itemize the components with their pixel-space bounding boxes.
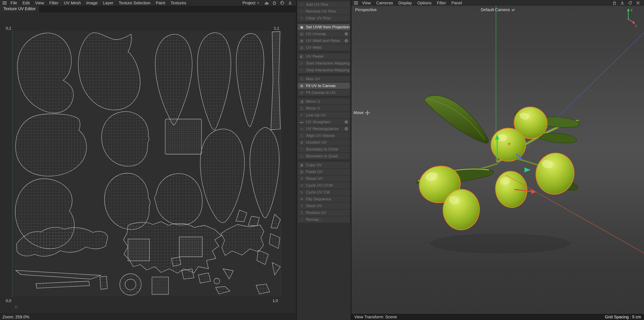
remove-uv-pins-icon: − bbox=[300, 9, 304, 14]
project-dropdown[interactable]: Project ▾ bbox=[240, 1, 262, 6]
gear-icon[interactable] bbox=[344, 120, 348, 124]
uv-tool-reset-uv[interactable]: ↺Reset UV bbox=[298, 175, 350, 182]
uv-tool-fit-uv-to-canvas[interactable]: ⊞Fit UV to Canvas bbox=[298, 83, 350, 89]
remap-icon: → bbox=[300, 217, 304, 222]
uv-tool-uv-unwrap[interactable]: ▤UV Unwrap bbox=[298, 31, 350, 37]
tool-label: UV Peeler bbox=[306, 54, 324, 59]
uv-tool-mirror-v[interactable]: ◫Mirror V bbox=[298, 105, 350, 111]
menu-item-uv-mesh[interactable]: UV Mesh bbox=[61, 1, 84, 5]
vp-menu-filter[interactable]: Filter bbox=[434, 1, 449, 5]
viewport-menubar: View Cameras Display Options Filter Pane… bbox=[352, 0, 644, 6]
uv-tool-uv-weld-and-relax[interactable]: ▦UV Weld and Relax bbox=[298, 38, 350, 44]
uv-corner-10: 1,0 bbox=[272, 298, 278, 303]
uv-island-bit bbox=[198, 273, 210, 283]
uvw-projection-icon: ▣ bbox=[300, 25, 304, 29]
uv-tool-uv-peeler[interactable]: ◧UV Peeler bbox=[298, 53, 350, 60]
menu-item-paint[interactable]: Paint bbox=[153, 1, 168, 5]
viewport-3d-scene[interactable] bbox=[352, 6, 644, 314]
reload-icon[interactable] bbox=[628, 1, 632, 5]
uv-tool-boundary-to-quad[interactable]: ▱Boundary to Quad bbox=[298, 153, 350, 159]
store-uv-icon: ↧ bbox=[300, 204, 304, 208]
uv-island-jagged-b bbox=[221, 224, 264, 255]
tool-label: Fit Canvas to UV bbox=[306, 90, 336, 95]
uv-tool-align-uv-islands[interactable]: ◻Align UV Islands bbox=[298, 133, 350, 139]
histogram-icon[interactable] bbox=[264, 1, 269, 5]
gear-icon[interactable] bbox=[344, 39, 348, 43]
vp-menu-display[interactable]: Display bbox=[396, 1, 414, 5]
uv-tool-flip-sequence[interactable]: ⇄Flip Sequence bbox=[298, 196, 350, 202]
uv-tool-cycle-uv-ccw[interactable]: ↺Cycle UV CCW bbox=[298, 182, 350, 189]
uv-tool-clear-uv-pins[interactable]: ×Clear UV Pins bbox=[298, 15, 350, 21]
uv-tool-cycle-uv-cw[interactable]: ↻Cycle UV CW bbox=[298, 189, 350, 195]
uv-editor-panel: File Edit View Filter UV Mesh Image Laye… bbox=[0, 0, 296, 320]
uv-tool-boundary-to-circle[interactable]: ○Boundary to Circle bbox=[298, 146, 350, 152]
tool-label: Store UV bbox=[306, 204, 322, 208]
flip-sequence-icon: ⇄ bbox=[300, 197, 304, 201]
gear-icon[interactable] bbox=[344, 32, 348, 36]
menu-item-filter[interactable]: Filter bbox=[47, 1, 61, 5]
menu-item-view[interactable]: View bbox=[32, 1, 47, 5]
uv-editor-tabbar: Texture UV Editor bbox=[0, 6, 296, 13]
vp-menu-panel[interactable]: Panel bbox=[449, 1, 464, 5]
uv-tool-fit-canvas-to-uv[interactable]: ⊟Fit Canvas to UV bbox=[298, 90, 350, 96]
view-axis-gizmo[interactable]: Y X bbox=[622, 7, 640, 29]
uv-tool-add-uv-pins[interactable]: +Add UV Pins bbox=[298, 2, 350, 8]
menu-item-image[interactable]: Image bbox=[84, 1, 100, 5]
uv-tool-mirror-u[interactable]: ◨Mirror U bbox=[298, 98, 350, 105]
tool-label: Line Up UV bbox=[306, 113, 326, 117]
hamburger-icon[interactable] bbox=[2, 1, 6, 5]
viewport-3d[interactable]: Perspective Default Camera ⇄ Move bbox=[352, 6, 644, 314]
menu-item-file[interactable]: File bbox=[8, 1, 20, 5]
uv-tool-uv-straighten[interactable]: ▬UV Straighten bbox=[298, 119, 350, 125]
uv-tool-start-interactive-mapping[interactable]: ▷Start Interactive Mapping bbox=[298, 60, 350, 66]
uv-tool-max-uv[interactable]: ⊡Max UV bbox=[298, 76, 350, 82]
uv-tool-unstitch-uv[interactable]: ⊠Unstitch UV bbox=[298, 139, 350, 146]
uv-tool-uv-weld[interactable]: ▥UV Weld bbox=[298, 45, 350, 51]
menu-item-textures[interactable]: Textures bbox=[168, 1, 189, 5]
uv-tool-set-uvw-from-projection[interactable]: ▣Set UVW from Projection bbox=[298, 24, 350, 30]
vp-menu-cameras[interactable]: Cameras bbox=[374, 1, 396, 5]
uv-canvas[interactable] bbox=[12, 31, 281, 296]
tool-label: Cycle UV CCW bbox=[306, 183, 333, 188]
viewport-view-label[interactable]: Perspective bbox=[355, 8, 377, 12]
uv-weld-icon: ▥ bbox=[300, 46, 304, 50]
hand-icon[interactable] bbox=[612, 1, 617, 5]
olive-center bbox=[491, 128, 526, 161]
hamburger-icon[interactable] bbox=[354, 1, 358, 5]
tab-texture-uv-editor[interactable]: Texture UV Editor bbox=[0, 5, 39, 13]
vp-menu-view[interactable]: View bbox=[359, 1, 374, 5]
uv-tool-copy-uv[interactable]: ▣Copy UV bbox=[298, 162, 350, 168]
download-icon[interactable] bbox=[620, 1, 624, 5]
gear-icon[interactable] bbox=[344, 127, 348, 131]
uv-tool-line-up-uv[interactable]: ≡Line Up UV bbox=[298, 112, 350, 118]
menu-item-texture-selection[interactable]: Texture Selection bbox=[116, 1, 153, 5]
download-icon[interactable] bbox=[288, 1, 292, 5]
olive-branch-model[interactable] bbox=[416, 96, 579, 231]
gizmo-z-dot bbox=[628, 19, 629, 20]
uv-tool-remove-uv-pins[interactable]: −Remove UV Pins bbox=[298, 8, 350, 15]
close-icon[interactable] bbox=[636, 1, 640, 5]
tool-label: Mirror V bbox=[306, 106, 320, 111]
camera-switch-icon[interactable]: ⇄ bbox=[512, 8, 514, 12]
leaf-upper-left bbox=[424, 96, 488, 143]
hand-icon[interactable] bbox=[272, 1, 277, 5]
uv-tool-store-uv[interactable]: ↧Store UV bbox=[298, 203, 350, 209]
stop-mapping-icon: □ bbox=[300, 68, 304, 72]
vp-menu-options[interactable]: Options bbox=[414, 1, 434, 5]
uv-tool-paste-uv[interactable]: ▤Paste UV bbox=[298, 169, 350, 175]
uv-island-bit bbox=[100, 276, 107, 289]
uv-tool-uv-rectangularize[interactable]: ▭UV Rectangularize bbox=[298, 126, 350, 132]
uv-editor-workspace[interactable]: 0,1 1,1 0,0 1,0 U bbox=[0, 13, 296, 313]
menu-item-layer[interactable]: Layer bbox=[100, 1, 116, 5]
uv-tool-stop-interactive-mapping[interactable]: □Stop Interactive Mapping bbox=[298, 67, 350, 73]
sphere-icon[interactable] bbox=[280, 1, 284, 5]
uv-tool-restore-uv[interactable]: ↥Restore UV bbox=[298, 210, 350, 216]
viewport-camera-label[interactable]: Default Camera ⇄ bbox=[481, 8, 514, 12]
tool-label: UV Unwrap bbox=[306, 32, 326, 36]
menu-item-edit[interactable]: Edit bbox=[20, 1, 32, 5]
tool-label: Stop Interactive Mapping bbox=[306, 68, 349, 72]
boundary-quad-icon: ▱ bbox=[300, 154, 304, 158]
paste-uv-icon: ▤ bbox=[300, 170, 304, 174]
uv-tool-remap[interactable]: →Remap... bbox=[298, 216, 350, 223]
tool-label: UV Rectangularize bbox=[306, 127, 338, 131]
